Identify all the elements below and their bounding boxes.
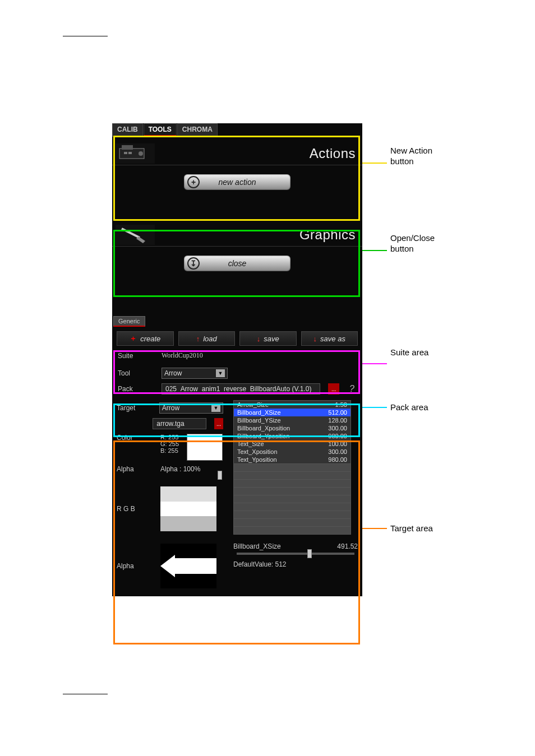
callout-target: Target area [390, 523, 433, 534]
save-label: save [264, 335, 279, 343]
pack-value-text: 025_Arrow_anim1_reverse_BillboardAuto (V… [165, 385, 311, 393]
suite-value: WorldCup2010 [162, 351, 203, 360]
alpha-label: Alpha [117, 465, 153, 473]
tool-select[interactable]: Arrow ▼ [162, 368, 228, 379]
value-slider[interactable] [237, 553, 354, 555]
plus-icon: ＋ [130, 333, 137, 344]
create-button[interactable]: ＋create [117, 331, 174, 346]
list-item: Text_Size100.00 [234, 440, 350, 448]
arrow-up-icon: ↑ [196, 335, 200, 343]
suite-label: Suite [118, 352, 154, 360]
pack-value: 025_Arrow_anim1_reverse_BillboardAuto (V… [162, 383, 320, 395]
graphics-section: Graphics ↧ close [112, 218, 362, 282]
list-item: Text_Yposition980.00 [234, 456, 350, 463]
lead-graphics [362, 250, 387, 251]
file-browse-button[interactable]: ... [214, 418, 223, 429]
tool-label: Tool [118, 369, 154, 377]
color-swatch[interactable] [187, 434, 223, 461]
arrow-down-icon: ↓ [257, 335, 261, 343]
target-area: Target Arrow ▼ arrow.tga ... Color R: 25… [112, 397, 362, 596]
page-rule-bottom [63, 694, 108, 694]
list-item: Billboard_Xposition300.00 [234, 424, 350, 432]
alpha-value: Alpha : 100% [160, 465, 200, 473]
rgb-preview [160, 486, 216, 531]
load-button[interactable]: ↑load [178, 331, 236, 346]
pack-browse-button[interactable]: ... [328, 383, 339, 395]
svg-line-5 [122, 229, 140, 238]
color-label: Color [117, 434, 153, 442]
pack-area: Tool Arrow ▼ Pack 025_Arrow_anim1_revers… [112, 362, 362, 397]
tab-generic[interactable]: Generic [113, 316, 145, 327]
brush-icon [116, 225, 155, 245]
save-as-button[interactable]: ↓save as [301, 331, 358, 346]
svg-point-2 [139, 151, 143, 156]
help-icon[interactable]: ? [347, 384, 357, 394]
page-rule-top [63, 36, 108, 36]
close-button[interactable]: ↧ close [184, 256, 290, 271]
callout-pack: Pack area [390, 402, 428, 413]
color-r: R: 255 [160, 434, 179, 440]
tab-chroma[interactable]: CHROMA [177, 123, 218, 137]
svg-rect-3 [124, 152, 127, 154]
lead-actions [362, 163, 387, 164]
alpha2-label: Alpha [117, 562, 153, 570]
new-action-label: new action [219, 178, 256, 187]
create-label: create [140, 335, 160, 343]
actions-section: Actions + new action [112, 137, 362, 201]
list-item: Arrow_Size1.50 [234, 401, 350, 409]
save-as-label: save as [320, 335, 345, 343]
tab-calib[interactable]: CALIB [112, 123, 143, 137]
target-file-text: arrow.tga [156, 420, 184, 428]
tab-tools[interactable]: TOOLS [144, 123, 177, 137]
lead-pack [362, 407, 387, 408]
alpha-preview [160, 544, 216, 588]
save-button[interactable]: ↓save [239, 331, 297, 346]
list-item: Text_Xposition300.00 [234, 448, 350, 456]
chevron-down-icon: ▼ [216, 369, 225, 377]
slider-name: Billboard_XSize [233, 542, 281, 550]
callout-new-action: New Action button [390, 146, 452, 167]
property-list[interactable]: Arrow_Size1.50 Billboard_XSize512.00 Bil… [233, 400, 351, 535]
collapse-icon: ↧ [187, 257, 200, 270]
rgb-label: R G B [117, 505, 153, 513]
list-item: Billboard_Yposition980.00 [234, 432, 350, 440]
target-file: arrow.tga [153, 418, 206, 429]
lead-suite [362, 363, 387, 364]
plus-icon: + [187, 176, 200, 188]
tool-value: Arrow [164, 369, 182, 377]
color-g: G: 255 [160, 440, 179, 447]
suite-area: ＋create ↑load ↓save ↓save as Suite World… [112, 327, 362, 362]
target-label: Target [117, 404, 151, 412]
load-label: load [203, 335, 217, 343]
target-select[interactable]: Arrow ▼ [159, 402, 223, 414]
slider-value: 491.52 [337, 542, 358, 550]
lead-target [362, 528, 387, 529]
graphics-title: Graphics [299, 227, 356, 243]
default-value: DefaultValue: 512 [233, 560, 358, 568]
callout-suite: Suite area [390, 347, 428, 358]
arrow-down-icon: ↓ [313, 335, 317, 343]
console-icon [116, 143, 155, 164]
actions-title: Actions [310, 146, 356, 161]
svg-rect-1 [122, 145, 133, 150]
target-select-value: Arrow [162, 404, 179, 412]
new-action-button[interactable]: + new action [184, 174, 290, 190]
app-panel: CALIB TOOLS CHROMA Actions + new action … [112, 123, 362, 596]
pack-label: Pack [118, 385, 154, 393]
color-b: B: 255 [160, 447, 179, 454]
tab-strip: CALIB TOOLS CHROMA [112, 123, 362, 137]
chevron-down-icon: ▼ [211, 404, 220, 412]
close-label: close [228, 259, 247, 268]
list-item: Billboard_YSize128.00 [234, 416, 350, 424]
svg-rect-4 [128, 152, 132, 154]
list-item: Billboard_XSize512.00 [234, 409, 350, 416]
callout-open-close: Open/Close button [390, 233, 458, 254]
